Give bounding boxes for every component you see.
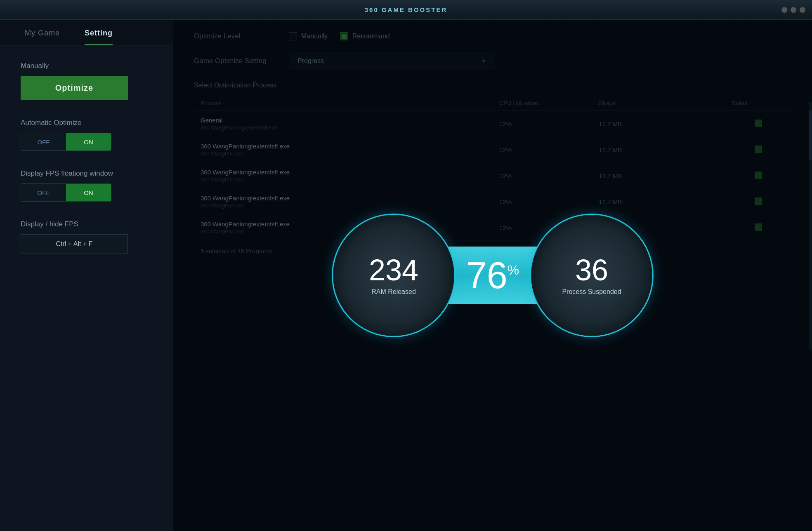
- popup-overlay: 234 RAM Released 76 % 36 Process Suspend…: [173, 20, 812, 531]
- fps-hide-label: Display / hide FPS: [21, 220, 152, 228]
- ram-value: 234: [369, 255, 418, 285]
- auto-optimize-off[interactable]: OFF: [21, 133, 66, 150]
- main-container: My Game Setting Manually Optimize Automa…: [0, 20, 812, 531]
- close-button[interactable]: [800, 7, 805, 13]
- ram-label: RAM Released: [371, 288, 416, 296]
- auto-optimize-toggle[interactable]: OFF ON: [21, 133, 111, 151]
- center-percent-bar: 76 %: [443, 247, 542, 304]
- fps-window-toggle[interactable]: OFF ON: [21, 183, 111, 202]
- window-controls: [781, 7, 805, 13]
- minimize-button[interactable]: [781, 7, 787, 13]
- right-panel: Optimize Level Manually Recommand Game O…: [173, 20, 812, 531]
- hotkey-display: Ctrl + Alt + F: [21, 234, 128, 254]
- tab-setting[interactable]: Setting: [72, 20, 125, 45]
- auto-optimize-section: Automatic Optimize OFF ON: [21, 119, 152, 151]
- left-content: Manually Optimize Automatic Optimize OFF…: [0, 45, 173, 270]
- fps-window-label: Display FPS floationg window: [21, 169, 152, 178]
- maximize-button[interactable]: [791, 7, 796, 13]
- fps-window-on[interactable]: ON: [66, 184, 111, 201]
- fps-window-section: Display FPS floationg window OFF ON: [21, 169, 152, 202]
- title-bar: 360 GAME BOOSTER: [0, 0, 812, 20]
- percent-symbol: %: [508, 263, 519, 277]
- tab-my-game[interactable]: My Game: [12, 20, 72, 45]
- manually-section: Manually Optimize: [21, 62, 152, 100]
- tab-bar: My Game Setting: [0, 20, 173, 45]
- auto-optimize-label: Automatic Optimize: [21, 119, 152, 127]
- popup-container: 234 RAM Released 76 % 36 Process Suspend…: [332, 214, 654, 337]
- cpu-value: 36: [575, 255, 608, 285]
- optimize-button[interactable]: Optimize: [21, 76, 128, 100]
- auto-optimize-on[interactable]: ON: [66, 133, 111, 150]
- left-panel: My Game Setting Manually Optimize Automa…: [0, 20, 173, 531]
- ram-gauge: 234 RAM Released: [332, 214, 456, 337]
- manually-label: Manually: [21, 62, 152, 70]
- fps-hide-section: Display / hide FPS Ctrl + Alt + F: [21, 220, 152, 254]
- percent-value: 76: [466, 257, 508, 294]
- app-title: 360 GAME BOOSTER: [365, 6, 448, 13]
- fps-window-off[interactable]: OFF: [21, 184, 66, 201]
- cpu-label: Process Suspended: [562, 288, 621, 296]
- cpu-gauge: 36 Process Suspended: [530, 214, 654, 337]
